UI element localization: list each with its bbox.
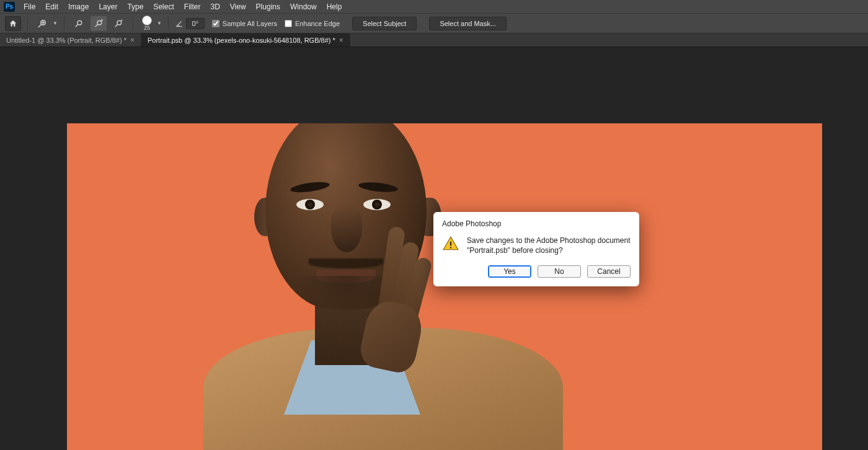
yes-button[interactable]: Yes xyxy=(488,265,531,278)
canvas-image[interactable] xyxy=(67,123,822,450)
app-badge: Ps xyxy=(4,2,15,12)
home-button[interactable] xyxy=(5,16,21,31)
menu-bar: Ps File Edit Image Layer Type Select Fil… xyxy=(0,0,868,14)
dialog-message: Save changes to the Adobe Photoshop docu… xyxy=(467,236,631,255)
svg-rect-5 xyxy=(450,247,451,248)
add-to-selection-button[interactable] xyxy=(91,16,107,31)
document-tab-untitled[interactable]: Untitled-1 @ 33.3% (Portrait, RGB/8#) * … xyxy=(0,33,141,46)
subtract-from-selection-button[interactable] xyxy=(110,16,126,31)
svg-point-3 xyxy=(117,20,122,25)
menu-edit[interactable]: Edit xyxy=(40,1,63,13)
menu-select[interactable]: Select xyxy=(148,1,179,13)
enhance-edge-label: Enhance Edge xyxy=(295,20,340,27)
chevron-down-icon: ▼ xyxy=(157,20,162,26)
enhance-edge-checkbox[interactable]: Enhance Edge xyxy=(285,20,340,27)
menu-image[interactable]: Image xyxy=(63,1,94,13)
sample-all-layers-checkbox[interactable]: Sample All Layers xyxy=(212,20,277,27)
home-icon xyxy=(9,19,17,28)
options-bar: ▼ 25 ▼ 0° Sample All Layers Enhance Edge… xyxy=(0,14,868,33)
separator xyxy=(168,17,169,30)
document-tab-portrait[interactable]: Portrait.psb @ 33.3% (pexels-ono-kosuki-… xyxy=(141,33,350,46)
document-tab-label: Untitled-1 @ 33.3% (Portrait, RGB/8#) * xyxy=(6,37,126,44)
select-subject-button[interactable]: Select Subject xyxy=(352,17,417,30)
brush-size-value: 25 xyxy=(144,25,150,31)
menu-3d[interactable]: 3D xyxy=(205,1,224,13)
quick-selection-icon xyxy=(37,18,48,29)
svg-point-1 xyxy=(78,20,82,25)
menu-plugins[interactable]: Plugins xyxy=(251,1,285,13)
document-tab-label: Portrait.psb @ 33.3% (pexels-ono-kosuki-… xyxy=(148,37,335,44)
current-tool[interactable]: ▼ xyxy=(34,16,58,31)
menu-layer[interactable]: Layer xyxy=(94,1,122,13)
select-and-mask-button[interactable]: Select and Mask... xyxy=(429,17,507,30)
chevron-down-icon: ▼ xyxy=(53,20,58,26)
no-button[interactable]: No xyxy=(538,265,581,278)
separator xyxy=(133,17,133,30)
brush-preview-icon xyxy=(142,15,152,25)
menu-file[interactable]: File xyxy=(19,1,40,13)
warning-icon xyxy=(442,236,459,252)
enhance-edge-input[interactable] xyxy=(285,20,292,27)
close-icon[interactable]: × xyxy=(130,36,135,45)
separator xyxy=(27,17,28,30)
portrait-illustration xyxy=(210,123,557,450)
close-icon[interactable]: × xyxy=(339,36,343,45)
workspace[interactable]: Adobe Photoshop Save changes to the Adob… xyxy=(0,47,868,450)
cancel-button[interactable]: Cancel xyxy=(587,265,631,278)
angle-icon xyxy=(175,19,184,28)
brush-new-icon xyxy=(74,19,84,29)
dialog-title: Adobe Photoshop xyxy=(442,219,631,228)
menu-type[interactable]: Type xyxy=(122,1,148,13)
new-selection-button[interactable] xyxy=(71,16,87,31)
menu-window[interactable]: Window xyxy=(285,1,322,13)
brush-subtract-icon xyxy=(113,19,123,29)
sample-all-layers-label: Sample All Layers xyxy=(223,20,277,27)
sample-all-layers-input[interactable] xyxy=(212,20,219,27)
brush-angle[interactable]: 0° xyxy=(175,18,205,29)
separator xyxy=(64,17,64,30)
menu-view[interactable]: View xyxy=(225,1,251,13)
document-tab-bar: Untitled-1 @ 33.3% (Portrait, RGB/8#) * … xyxy=(0,33,868,47)
save-changes-dialog: Adobe Photoshop Save changes to the Adob… xyxy=(433,212,639,286)
svg-point-2 xyxy=(97,20,102,25)
brush-add-icon xyxy=(94,19,104,29)
menu-filter[interactable]: Filter xyxy=(179,1,206,13)
menu-help[interactable]: Help xyxy=(322,1,347,13)
brush-preset-picker[interactable]: 25 ▼ xyxy=(140,15,162,31)
svg-rect-4 xyxy=(450,242,451,246)
angle-value[interactable]: 0° xyxy=(186,18,205,29)
